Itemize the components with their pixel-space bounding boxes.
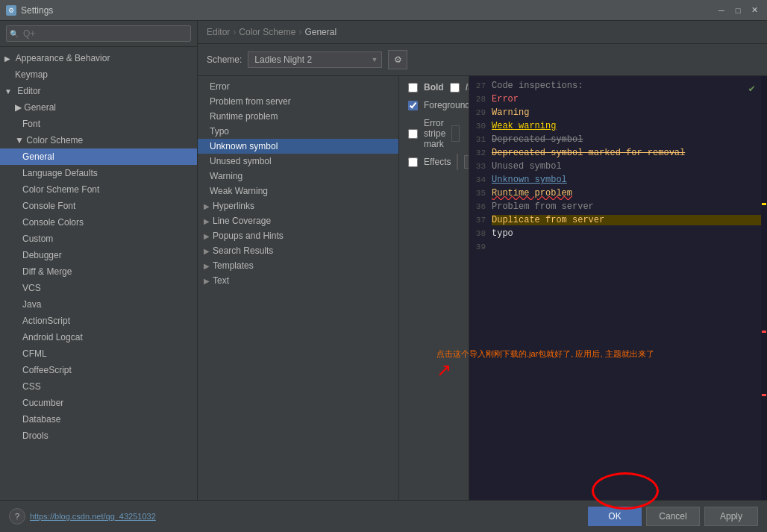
- scroll-mark-red2: [762, 394, 766, 396]
- breadcrumb-color-scheme: Color Scheme: [239, 27, 295, 37]
- scroll-mark-yellow: [762, 203, 766, 205]
- help-button[interactable]: ?: [9, 508, 25, 525]
- scroll-mark-red: [762, 331, 766, 333]
- minimize-button[interactable]: ─: [715, 4, 728, 17]
- gear-button[interactable]: ⚙: [388, 50, 407, 69]
- code-line-31: 31 Deprecated symbol: [469, 133, 767, 146]
- error-stripe-color-box[interactable]: [451, 125, 460, 142]
- ins-item-runtime[interactable]: Runtime problem: [198, 109, 398, 124]
- ins-item-weak-warning[interactable]: Weak Warning: [198, 184, 398, 198]
- breadcrumb-sep2: ›: [298, 27, 301, 37]
- ins-item-error[interactable]: Error: [198, 79, 398, 94]
- title-bar: ⚙ Settings ─ □ ✕: [0, 0, 767, 21]
- error-stripe-label: Error stripe mark: [424, 118, 445, 149]
- breadcrumb-general: General: [304, 27, 336, 37]
- sidebar-item-font[interactable]: Font: [0, 116, 197, 132]
- apply-button[interactable]: Apply: [704, 507, 758, 526]
- ok-button[interactable]: OK: [588, 507, 642, 526]
- sidebar-item-drools[interactable]: Drools: [0, 428, 197, 444]
- sidebar-item-console-font[interactable]: Console Font: [0, 198, 197, 214]
- ins-item-unknown[interactable]: Unknown symbol: [198, 139, 398, 154]
- scheme-row: Scheme: Ladies Night 2 Default Darcula M…: [198, 44, 767, 76]
- sidebar-item-color-scheme[interactable]: ▼ Color Scheme: [0, 132, 197, 148]
- url-label: https://blog.csdn.net/qq_43251032: [30, 512, 156, 521]
- window-title: Settings: [21, 5, 53, 16]
- sidebar-tree: ▶ Appearance & Behavior Keymap ▼ Editor …: [0, 47, 197, 500]
- maximize-button[interactable]: □: [731, 4, 745, 17]
- sidebar-item-debugger[interactable]: Debugger: [0, 247, 197, 263]
- bold-checkbox[interactable]: [408, 83, 418, 93]
- foreground-row: Foreground BC3F3C: [408, 97, 460, 113]
- code-line-39: 39: [469, 240, 767, 254]
- foreground-checkbox[interactable]: [408, 101, 418, 110]
- sidebar-item-console-colors[interactable]: Console Colors: [0, 214, 197, 231]
- code-line-38: 38 typo: [469, 227, 767, 240]
- expand-arrow-popups: ▶: [204, 232, 210, 240]
- sidebar-item-actionscript[interactable]: ActionScript: [0, 313, 197, 329]
- foreground-label: Foreground: [424, 100, 469, 110]
- scrollbar-track: [761, 76, 767, 500]
- expand-arrow-coverage: ▶: [204, 217, 210, 225]
- sidebar-item-lang-defaults[interactable]: Language Defaults: [0, 165, 197, 181]
- bold-label: Bold: [424, 82, 444, 93]
- italic-checkbox[interactable]: [450, 83, 460, 93]
- code-line-33: 33 Unused symbol: [469, 160, 767, 173]
- sidebar-item-cs-font[interactable]: Color Scheme Font: [0, 181, 197, 198]
- code-preview: ✔ 27 Code inspections: 28 Error 29 Warni: [469, 76, 767, 500]
- effects-checkbox[interactable]: [408, 157, 418, 167]
- expand-arrow-editor: ▼: [4, 87, 12, 96]
- title-bar-controls: ─ □ ✕: [715, 4, 761, 17]
- sidebar-item-android-logcat[interactable]: Android Logcat: [0, 329, 197, 345]
- effects-color-box[interactable]: [457, 154, 458, 170]
- sidebar-item-css[interactable]: CSS: [0, 378, 197, 395]
- ins-item-text[interactable]: ▶Text: [198, 273, 398, 288]
- sidebar-item-vcs[interactable]: VCS: [0, 280, 197, 296]
- code-line-32: 32 Deprecated symbol marked for removal: [469, 146, 767, 160]
- content-area: ▶ Appearance & Behavior Keymap ▼ Editor …: [0, 21, 767, 500]
- error-stripe-row: Error stripe mark: [408, 118, 460, 149]
- sidebar-item-diff-merge[interactable]: Diff & Merge: [0, 263, 197, 280]
- ins-item-line-coverage[interactable]: ▶Line Coverage: [198, 213, 398, 228]
- sidebar-item-java[interactable]: Java: [0, 296, 197, 313]
- inspector-right: Bold Italic Foreground BC3F3C Error stri…: [399, 76, 469, 500]
- code-lines: 27 Code inspections: 28 Error 29 Warning: [469, 76, 767, 500]
- sidebar-item-cs-general[interactable]: General: [0, 148, 197, 165]
- expand-arrow-general: ▶: [15, 102, 24, 113]
- sidebar-item-cucumber[interactable]: Cucumber: [0, 395, 197, 411]
- close-button[interactable]: ✕: [748, 4, 761, 17]
- code-line-35: 35 Runtime problem: [469, 187, 767, 200]
- ins-item-unused[interactable]: Unused symbol: [198, 154, 398, 169]
- sidebar-item-coffeescript[interactable]: CoffeeScript: [0, 362, 197, 378]
- cancel-button[interactable]: Cancel: [646, 507, 700, 526]
- sidebar-item-general[interactable]: ▶ General: [0, 99, 197, 116]
- panel-body: Error Problem from server Runtime proble…: [198, 76, 767, 500]
- code-line-28: 28 Error: [469, 93, 767, 106]
- search-input[interactable]: [6, 25, 191, 42]
- expand-arrow-cs: ▼: [15, 135, 26, 145]
- code-line-27: 27 Code inspections:: [469, 79, 767, 93]
- search-wrap: [6, 25, 191, 42]
- sidebar-item-keymap[interactable]: Keymap: [0, 66, 197, 83]
- search-box: [0, 21, 197, 47]
- ins-item-problem-server[interactable]: Problem from server: [198, 94, 398, 109]
- sidebar-item-editor[interactable]: ▼ Editor: [0, 83, 197, 99]
- bottom-bar: ? https://blog.csdn.net/qq_43251032 OK C…: [0, 500, 767, 532]
- scheme-select-wrap: Ladies Night 2 Default Darcula Monokai: [248, 51, 382, 68]
- ins-item-search-results[interactable]: ▶Search Results: [198, 243, 398, 258]
- sidebar-item-custom[interactable]: Custom: [0, 231, 197, 247]
- ins-item-popups[interactable]: ▶Popups and Hints: [198, 228, 398, 243]
- error-stripe-checkbox[interactable]: [408, 129, 418, 139]
- ins-item-warning[interactable]: Warning: [198, 169, 398, 184]
- code-line-37: 37 Duplicate from server: [469, 213, 767, 227]
- settings-dialog: ▶ Appearance & Behavior Keymap ▼ Editor …: [0, 21, 767, 532]
- breadcrumb-editor: Editor: [207, 27, 230, 37]
- scheme-select[interactable]: Ladies Night 2 Default Darcula Monokai: [248, 51, 382, 68]
- ins-item-hyperlinks[interactable]: ▶Hyperlinks: [198, 198, 398, 213]
- ins-item-templates[interactable]: ▶Templates: [198, 258, 398, 273]
- sidebar-item-appearance[interactable]: ▶ Appearance & Behavior: [0, 50, 197, 66]
- sidebar: ▶ Appearance & Behavior Keymap ▼ Editor …: [0, 21, 198, 500]
- ins-item-typo[interactable]: Typo: [198, 124, 398, 139]
- sidebar-item-cfml[interactable]: CFML: [0, 345, 197, 362]
- breadcrumb-sep1: ›: [233, 27, 236, 37]
- sidebar-item-database[interactable]: Database: [0, 411, 197, 428]
